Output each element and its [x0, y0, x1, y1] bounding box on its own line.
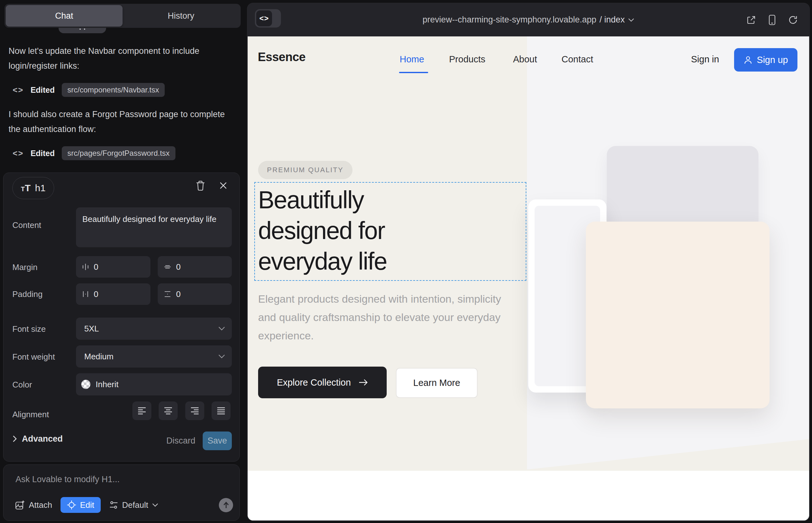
- align-justify-icon: [216, 407, 226, 415]
- preview-window: <> preview--charming-site-symphony.lovab…: [247, 3, 810, 521]
- font-size-label: Font size: [12, 324, 46, 334]
- site-brand[interactable]: Essence: [258, 50, 306, 64]
- save-button[interactable]: Save: [203, 432, 232, 450]
- tab-chat[interactable]: Chat: [6, 5, 123, 26]
- chat-input-toolbar: Attach Edit Default: [15, 497, 158, 513]
- trash-icon: [196, 180, 205, 191]
- margin-label: Margin: [12, 263, 37, 272]
- padding-y-icon: [163, 290, 172, 298]
- element-tag-name: h1: [35, 183, 46, 194]
- nav-link-about[interactable]: About: [513, 54, 537, 65]
- file-chip[interactable]: src/components/Navbar.tsx: [62, 83, 165, 97]
- nav-link-contact[interactable]: Contact: [562, 54, 593, 65]
- padding-y-input[interactable]: 0: [158, 283, 232, 305]
- user-icon: [744, 55, 753, 64]
- font-size-select[interactable]: 5XL: [76, 318, 232, 340]
- color-label: Color: [12, 380, 32, 390]
- chat-sidebar: Chat History Now let's update the Navbar…: [0, 0, 247, 523]
- nav-link-home[interactable]: Home: [400, 54, 424, 65]
- align-right-button[interactable]: [185, 401, 204, 420]
- attach-button[interactable]: Attach: [15, 500, 52, 510]
- margin-x-input[interactable]: 0: [76, 256, 151, 278]
- chat-history-tabbar: Chat History: [4, 4, 241, 28]
- margin-x-icon: [82, 263, 89, 271]
- font-weight-label: Font weight: [12, 352, 55, 362]
- refresh-icon[interactable]: [788, 15, 798, 25]
- hero-heading[interactable]: Beautifully designed for everyday life: [258, 184, 387, 277]
- preview-actions: [746, 3, 798, 36]
- chat-input[interactable]: [15, 474, 224, 485]
- preview-header: <> preview--charming-site-symphony.lovab…: [247, 3, 810, 36]
- arrow-up-icon: [223, 502, 230, 509]
- alignment-label: Alignment: [12, 410, 49, 419]
- align-center-icon: [163, 407, 173, 415]
- delete-element-button[interactable]: [194, 179, 208, 193]
- content-input[interactable]: Beautifully designed for everyday life: [76, 208, 232, 247]
- discard-button[interactable]: Discard: [163, 432, 198, 450]
- edit-mode-button[interactable]: Edit: [60, 497, 101, 513]
- tab-history[interactable]: History: [123, 5, 240, 26]
- padding-label: Padding: [12, 289, 42, 299]
- color-select[interactable]: Inherit: [76, 373, 232, 395]
- nav-home-underline: [399, 72, 428, 73]
- hero-paragraph: Elegant products designed with intention…: [258, 290, 515, 345]
- align-justify-button[interactable]: [212, 401, 231, 420]
- type-icon: TT: [21, 183, 31, 194]
- chat-input-panel: Attach Edit Default: [3, 465, 240, 521]
- align-left-button[interactable]: [133, 401, 152, 420]
- attach-image-icon: [15, 500, 25, 510]
- hero-shape-cream: [586, 222, 770, 409]
- nav-link-products[interactable]: Products: [449, 54, 485, 65]
- chevron-down-icon: [152, 503, 158, 507]
- sign-in-link[interactable]: Sign in: [691, 54, 719, 65]
- align-left-icon: [137, 407, 147, 415]
- padding-x-icon: [82, 290, 89, 298]
- sign-up-button[interactable]: Sign up: [734, 48, 797, 72]
- explore-collection-button[interactable]: Explore Collection: [258, 366, 387, 398]
- site-next-section: [248, 471, 809, 521]
- element-tag-badge: TT h1: [12, 177, 54, 199]
- edited-label: Edited: [30, 149, 54, 158]
- close-icon: [219, 181, 228, 190]
- select-target-icon: [67, 500, 76, 510]
- color-swatch: [81, 380, 91, 389]
- edited-label: Edited: [30, 86, 54, 95]
- site-preview: Essence Home Products About Contact Sign…: [248, 36, 809, 521]
- arrow-right-icon: [358, 379, 368, 386]
- content-label: Content: [12, 220, 41, 230]
- chevron-down-icon: [218, 326, 226, 331]
- open-external-icon[interactable]: [746, 15, 756, 25]
- preview-url-bar[interactable]: preview--charming-site-symphony.lovable.…: [247, 3, 810, 36]
- edited-file-row[interactable]: <> Edited src/components/Navbar.tsx: [13, 83, 165, 97]
- code-icon: <>: [13, 85, 23, 95]
- file-chip[interactable]: src/pages/ForgotPassword.tsx: [62, 146, 175, 160]
- advanced-toggle[interactable]: Advanced: [12, 429, 63, 448]
- send-button[interactable]: [219, 498, 233, 512]
- lovable-app: Chat History Now let's update the Navbar…: [0, 0, 812, 523]
- model-default-selector[interactable]: Default: [109, 500, 158, 510]
- learn-more-button[interactable]: Learn More: [396, 368, 478, 398]
- margin-y-icon: [163, 263, 172, 271]
- chat-message: I should also create a Forgot Password p…: [8, 107, 233, 137]
- premium-quality-badge: PREMIUM QUALITY: [258, 161, 352, 179]
- margin-y-input[interactable]: 0: [158, 256, 232, 278]
- mobile-view-icon[interactable]: [768, 15, 776, 25]
- chevron-down-icon: [628, 18, 634, 22]
- sliders-icon: [109, 501, 119, 509]
- font-weight-select[interactable]: Medium: [76, 345, 232, 367]
- clipped-message-pill: [58, 28, 106, 33]
- element-editor-panel: TT h1 Content Beautifully designed for e…: [3, 173, 240, 462]
- padding-x-input[interactable]: 0: [76, 283, 151, 305]
- close-panel-button[interactable]: [216, 179, 230, 193]
- chevron-down-icon: [218, 354, 226, 359]
- edited-file-row[interactable]: <> Edited src/pages/ForgotPassword.tsx: [13, 146, 175, 160]
- chat-message: Now let's update the Navbar component to…: [8, 44, 233, 73]
- code-icon: <>: [13, 148, 23, 158]
- preview-path: / index: [600, 15, 625, 25]
- align-center-button[interactable]: [159, 401, 178, 420]
- align-right-icon: [190, 407, 199, 415]
- preview-url: preview--charming-site-symphony.lovable.…: [422, 15, 596, 25]
- chevron-right-icon: [12, 435, 17, 442]
